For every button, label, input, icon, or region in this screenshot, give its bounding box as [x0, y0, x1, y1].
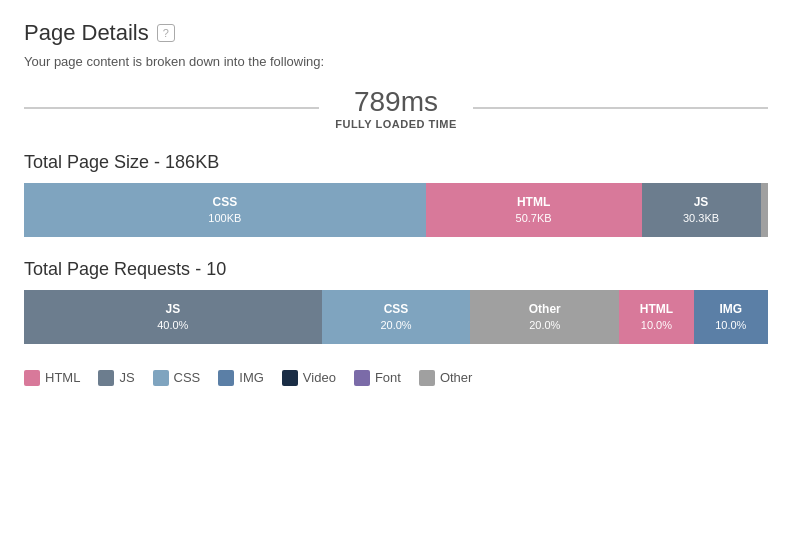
legend-label: HTML — [45, 370, 80, 385]
page-size-title: Total Page Size - 186KB — [24, 152, 768, 173]
legend-item: Font — [354, 370, 401, 386]
timeline-line-right — [473, 107, 768, 109]
seg-value: 40.0% — [157, 318, 188, 333]
seg-label: CSS — [213, 194, 238, 211]
page-title: Page Details — [24, 20, 149, 46]
seg-label: Other — [529, 301, 561, 318]
subtitle: Your page content is broken down into th… — [24, 54, 768, 69]
legend-swatch — [419, 370, 435, 386]
legend-swatch — [98, 370, 114, 386]
legend-item: IMG — [218, 370, 264, 386]
page-requests-title: Total Page Requests - 10 — [24, 259, 768, 280]
seg-value: 10.0% — [715, 318, 746, 333]
seg-value: 10.0% — [641, 318, 672, 333]
seg-value: 100KB — [208, 211, 241, 226]
seg-label: JS — [694, 194, 709, 211]
seg-value: 20.0% — [529, 318, 560, 333]
page-title-row: Page Details ? — [24, 20, 768, 46]
bar-segment: JS40.0% — [24, 290, 322, 344]
timeline-center: 789ms Fully Loaded Time — [319, 87, 473, 130]
legend-item: JS — [98, 370, 134, 386]
timeline-label: Fully Loaded Time — [335, 118, 457, 130]
timeline-value: 789ms — [335, 87, 457, 118]
seg-label: CSS — [384, 301, 409, 318]
legend-label: JS — [119, 370, 134, 385]
bar-segment: CSS100KB — [24, 183, 426, 237]
bar-segment: IMG10.0% — [694, 290, 768, 344]
legend-item: CSS — [153, 370, 201, 386]
legend-label: Other — [440, 370, 473, 385]
seg-value: 50.7KB — [516, 211, 552, 226]
seg-label: JS — [165, 301, 180, 318]
bar-segment: Other20.0% — [470, 290, 619, 344]
seg-label: HTML — [517, 194, 550, 211]
bar-segment: HTML10.0% — [619, 290, 693, 344]
page-requests-bar: JS40.0%CSS20.0%Other20.0%HTML10.0%IMG10.… — [24, 290, 768, 344]
legend-item: HTML — [24, 370, 80, 386]
timeline-container: 789ms Fully Loaded Time — [24, 87, 768, 130]
seg-value: 20.0% — [380, 318, 411, 333]
legend-swatch — [24, 370, 40, 386]
legend-swatch — [354, 370, 370, 386]
legend: HTML JS CSS IMG Video Font Other — [24, 370, 768, 386]
seg-label: HTML — [640, 301, 673, 318]
page-size-bar: CSS100KBHTML50.7KBJS30.3KB — [24, 183, 768, 237]
help-icon[interactable]: ? — [157, 24, 175, 42]
bar-segment: JS30.3KB — [642, 183, 761, 237]
legend-swatch — [218, 370, 234, 386]
timeline-line-left — [24, 107, 319, 109]
legend-swatch — [153, 370, 169, 386]
legend-item: Other — [419, 370, 473, 386]
legend-label: IMG — [239, 370, 264, 385]
bar-segment — [761, 183, 768, 237]
seg-value: 30.3KB — [683, 211, 719, 226]
legend-label: Video — [303, 370, 336, 385]
bar-segment: HTML50.7KB — [426, 183, 642, 237]
legend-swatch — [282, 370, 298, 386]
seg-label: IMG — [719, 301, 742, 318]
legend-item: Video — [282, 370, 336, 386]
legend-label: Font — [375, 370, 401, 385]
legend-label: CSS — [174, 370, 201, 385]
bar-segment: CSS20.0% — [322, 290, 471, 344]
